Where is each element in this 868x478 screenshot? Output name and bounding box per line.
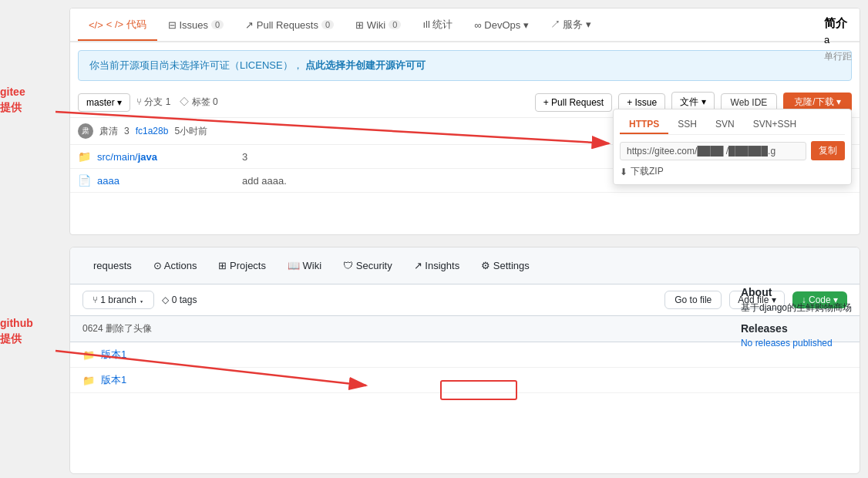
copy-url-btn[interactable]: 复制 [811,141,845,160]
clone-url-input[interactable] [620,142,806,160]
about-section: About 基于django的生鲜购物商场 Releases No releas… [741,286,852,348]
clone-tab-svn[interactable]: SVN [706,116,744,134]
file-doc-icon: 📄 [78,174,91,187]
clone-tab-https[interactable]: HTTPS [620,116,668,134]
code-icon: </> [89,19,103,31]
releases-link[interactable]: No releases published [741,338,852,348]
intro-title: 简介 [824,16,852,31]
gh-file-name[interactable]: 版本1 [101,348,240,362]
tab-wiki[interactable]: ⊞ Wiki 0 [345,12,412,40]
tab-services[interactable]: ↗ 服务 ▾ [540,10,602,41]
tab-gh-projects[interactable]: ⊞ Projects [207,254,277,279]
tab-pullrequests[interactable]: ↗ Pull Requests 0 [234,12,345,40]
license-notice[interactable]: 你当前开源项目尚未选择许可证（LICENSE）， 点此选择并创建开源许可可 [78,50,852,81]
avatar: 肃 [78,123,93,139]
download-zip-link[interactable]: ⬇ 下载ZIP [620,165,845,178]
github-panel: requests ⊙ Actions ⊞ Projects 📖 Wiki 🛡 S… [69,247,860,474]
releases-title: Releases [741,322,852,335]
gh-branch-selector[interactable]: ⑂ 1 branch ▾ [82,291,154,309]
tab-issues[interactable]: ⊟ Issues 0 [157,12,234,40]
tab-gh-settings[interactable]: ⚙ Settings [470,254,540,279]
file-name[interactable]: aaaa [97,175,236,187]
intro-desc: a [824,34,852,45]
about-title: About [741,286,852,298]
clone-tab-svnssh[interactable]: SVN+SSH [744,116,806,134]
folder-icon: 📁 [78,150,91,163]
tab-gh-wiki[interactable]: 📖 Wiki [277,254,332,279]
about-desc: 基于django的生鲜购物商场 [741,301,852,315]
tab-gh-insights[interactable]: ↗ Insights [403,254,470,279]
unit-title: 单行距 [824,50,852,63]
gh-folder-icon: 📁 [82,375,95,386]
gh-goto-file-btn[interactable]: Go to file [664,291,722,309]
github-label: github提供 [0,316,33,346]
tab-stats[interactable]: ıll 统计 [412,10,463,41]
file-name[interactable]: src/main/java [97,151,236,163]
github-tabs: requests ⊙ Actions ⊞ Projects 📖 Wiki 🛡 S… [70,247,860,284]
clone-tab-ssh[interactable]: SSH [668,116,706,134]
tab-gh-security[interactable]: 🛡 Security [332,254,403,279]
branch-selector[interactable]: master ▾ [78,93,130,112]
gh-file-row: 📁 版本1 [70,368,860,393]
gitee-panel: </> < /> 代码 ⊟ Issues 0 ↗ Pull Requests 0… [69,8,860,235]
clone-tabs: HTTPS SSH SVN SVN+SSH [620,116,845,135]
tab-devops[interactable]: ∞ DevOps ▾ [463,12,539,40]
gh-folder-icon: 📁 [82,349,95,361]
clone-url-row: 复制 [620,141,845,160]
gh-file-name[interactable]: 版本1 [101,373,240,387]
pull-request-btn[interactable]: + Pull Request [535,93,612,112]
intro-section: 简介 a 单行距 [824,16,852,63]
gh-tag-selector[interactable]: ◇ 0 tags [162,295,197,305]
tab-gh-pullrequests[interactable]: requests [82,254,143,279]
gitee-clone-popup: HTTPS SSH SVN SVN+SSH 复制 ⬇ 下载ZIP [613,109,852,185]
gitee-tabs: </> < /> 代码 ⊟ Issues 0 ↗ Pull Requests 0… [70,8,860,42]
tab-gh-actions[interactable]: ⊙ Actions [143,254,208,279]
tab-code[interactable]: </> < /> 代码 [78,10,157,41]
gitee-label: gitee提供 [0,85,25,115]
